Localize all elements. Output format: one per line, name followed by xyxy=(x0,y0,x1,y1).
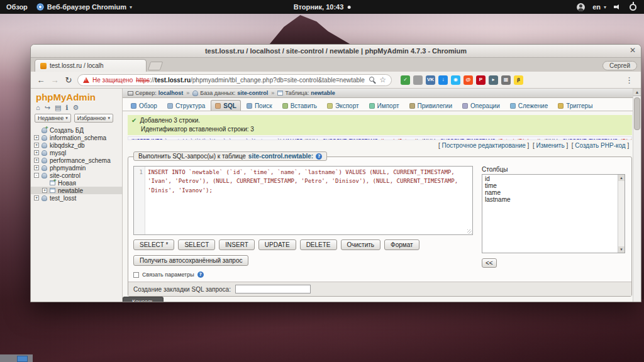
tab-structure[interactable]: Структура xyxy=(163,100,209,111)
docs-icon[interactable]: ℹ xyxy=(65,104,68,111)
tree-expander-icon[interactable]: + xyxy=(34,165,39,170)
bookmark-star-icon[interactable]: ☆ xyxy=(379,76,386,84)
tree-item-information-schema[interactable]: +information_schema xyxy=(31,134,122,141)
breadcrumb-value[interactable]: localhost xyxy=(158,90,184,96)
reload-button[interactable]: ↻ xyxy=(64,75,74,85)
tree-expander-icon[interactable]: + xyxy=(34,135,39,140)
tree-item-kibqdskz-db[interactable]: +kibqdskz_db xyxy=(31,141,122,149)
sql-window-icon[interactable]: ▤ xyxy=(55,104,61,111)
window-close-button[interactable]: ✕ xyxy=(630,46,636,55)
tab-privileges[interactable]: Привилегии xyxy=(405,100,457,111)
settings-gear-icon[interactable]: ⚙ xyxy=(72,104,79,111)
pinterest-icon[interactable]: P xyxy=(476,75,486,85)
download-helper-icon[interactable]: ↓ xyxy=(438,75,448,85)
bookmark-input[interactable] xyxy=(235,285,311,293)
help-icon[interactable]: ? xyxy=(197,272,204,278)
tree-expander-icon[interactable]: + xyxy=(42,188,47,193)
action-link-inline-edit[interactable]: Построчное редактирование xyxy=(441,142,525,149)
activities-button[interactable]: Обзор xyxy=(6,3,28,11)
adblock-shield-icon[interactable]: ✓ xyxy=(401,75,410,85)
phpmyadmin-logo[interactable]: phpMyAdmin xyxy=(31,90,122,103)
tree-item-newtable[interactable]: +newtable xyxy=(31,187,122,194)
favorite-tables-select[interactable]: Избранное ▾ xyxy=(74,114,113,123)
scroll-up-icon[interactable]: ▲ xyxy=(618,175,625,181)
query-button-select[interactable]: SELECT xyxy=(178,239,215,250)
mail-icon[interactable]: @ xyxy=(464,75,473,85)
tree-item-performance-schema[interactable]: +performance_schema xyxy=(31,156,122,164)
query-button-clear[interactable]: Очистить xyxy=(341,239,381,250)
security-chip-label[interactable]: Не защищено xyxy=(92,77,133,84)
query-button-delete[interactable]: DELETE xyxy=(300,239,337,250)
tab-triggers[interactable]: Триггеры xyxy=(553,100,597,111)
tree-expander-icon[interactable]: + xyxy=(34,158,39,163)
system-status-area[interactable]: en ▾ xyxy=(577,3,644,11)
listbox-scrollbar[interactable]: ▲ ▼ xyxy=(618,175,625,253)
legend-table-link[interactable]: site-control.newtable: xyxy=(248,153,313,160)
logout-icon[interactable]: ↪ xyxy=(45,104,50,111)
tab-browse[interactable]: Обзор xyxy=(126,100,162,111)
query-button-select-star[interactable]: SELECT * xyxy=(133,239,174,250)
tab-export[interactable]: Экспорт xyxy=(323,100,364,111)
tree-item-new-database[interactable]: Создать БД xyxy=(31,126,122,134)
keyboard-layout-indicator[interactable]: en ▾ xyxy=(592,3,606,11)
tree-expander-icon[interactable]: + xyxy=(34,150,39,155)
vk-icon[interactable]: VK xyxy=(426,75,435,85)
column-option[interactable]: name xyxy=(482,189,618,196)
get-autosaved-query-button[interactable]: Получить автосохранённый запрос xyxy=(133,255,248,266)
columns-listbox[interactable]: idtimenamelastname ▲ ▼ xyxy=(482,174,625,253)
breadcrumb-table[interactable]: Таблица: newtable xyxy=(277,90,335,96)
scroll-up-icon[interactable]: ▲ xyxy=(633,89,641,96)
breadcrumb-value[interactable]: newtable xyxy=(311,90,335,96)
tab-import[interactable]: Импорт xyxy=(365,100,404,111)
column-option[interactable]: id xyxy=(482,175,618,182)
tree-expander-icon[interactable]: - xyxy=(34,173,39,178)
sql-editor[interactable]: 1 INSERT INTO `newtable` (`id`, `time`, … xyxy=(133,166,473,235)
window-titlebar[interactable]: test.losst.ru / localhost / site-control… xyxy=(31,45,641,58)
query-button-update[interactable]: UPDATE xyxy=(258,239,296,250)
tab-insert[interactable]: Вставить xyxy=(278,100,321,111)
forward-button[interactable]: → xyxy=(50,75,60,85)
help-icon[interactable]: ? xyxy=(316,153,322,160)
address-bar[interactable]: Не защищено https :// test.losst.ru /php… xyxy=(77,74,392,86)
tab-operations[interactable]: Операции xyxy=(458,100,504,111)
console-tab[interactable]: Консоль xyxy=(123,297,164,302)
beta-icon[interactable]: β xyxy=(514,75,523,85)
screenshot-camera-icon[interactable]: ◉ xyxy=(451,75,460,85)
back-button[interactable]: ← xyxy=(36,75,46,85)
breadcrumb-value[interactable]: site-control xyxy=(237,90,268,96)
query-button-format[interactable]: Формат xyxy=(384,239,419,250)
browser-menu-button[interactable]: ⋮ xyxy=(625,75,636,85)
action-link-edit[interactable]: Изменить xyxy=(536,142,565,149)
column-option[interactable]: lastname xyxy=(482,196,618,203)
tab-tracking[interactable]: Слежение xyxy=(506,100,552,111)
apps-grid-icon[interactable]: ▦ xyxy=(501,75,511,85)
insert-column-button[interactable]: << xyxy=(482,258,497,268)
query-button-insert[interactable]: INSERT xyxy=(219,239,255,250)
profile-chip[interactable]: Сергей xyxy=(602,61,637,70)
browser-tab[interactable]: test.losst.ru / localh xyxy=(35,59,147,72)
privacy-shield-icon[interactable] xyxy=(413,75,423,85)
tree-item-test-losst[interactable]: +test_losst xyxy=(31,194,122,202)
tree-item-mysql[interactable]: +mysql xyxy=(31,149,122,156)
tab-sql[interactable]: SQL xyxy=(211,100,241,111)
tree-expander-icon[interactable]: + xyxy=(34,195,39,200)
video-icon[interactable]: ▸ xyxy=(489,75,498,85)
page-scrollbar[interactable]: ▲ xyxy=(633,89,641,302)
breadcrumb-database[interactable]: База данных: site-control xyxy=(192,90,268,96)
home-icon[interactable]: ⌂ xyxy=(36,104,40,111)
action-link-create-php-code[interactable]: Создать PHP-код xyxy=(575,142,625,149)
bind-parameters-checkbox[interactable] xyxy=(133,272,139,278)
scrollbar-thumb[interactable] xyxy=(634,97,640,130)
tree-expander-icon[interactable]: + xyxy=(34,143,39,148)
new-tab-button[interactable] xyxy=(148,62,164,70)
tab-search[interactable]: Поиск xyxy=(242,100,277,111)
search-icon[interactable] xyxy=(369,77,376,84)
column-option[interactable]: time xyxy=(482,182,618,189)
tree-item-new-table[interactable]: Новая xyxy=(31,179,122,187)
breadcrumb-server[interactable]: Сервер: localhost xyxy=(128,90,183,96)
app-menu-button[interactable]: Веб-браузер Chromium ▾ xyxy=(36,3,132,11)
scroll-down-icon[interactable]: ▼ xyxy=(618,246,625,253)
clock-button[interactable]: Вторник, 10:43 xyxy=(294,3,351,11)
recent-tables-select[interactable]: Недавнее ▾ xyxy=(35,114,71,123)
editor-code[interactable]: INSERT INTO `newtable` (`id`, `time`, `n… xyxy=(145,167,472,234)
